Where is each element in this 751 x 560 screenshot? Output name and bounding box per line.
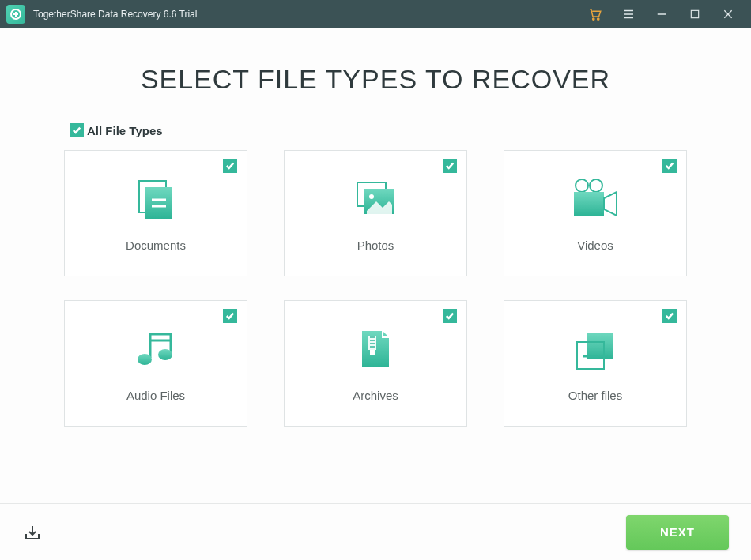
card-photos-checkbox[interactable] [443,159,457,173]
card-videos-checkbox[interactable] [662,159,677,173]
app-logo-icon [6,5,25,24]
svg-point-13 [158,349,172,360]
card-label: Photos [357,239,394,252]
card-label: Archives [353,389,398,402]
photos-icon [353,175,398,224]
all-file-types-checkbox[interactable] [70,123,84,137]
card-other-checkbox[interactable] [662,309,677,323]
minimize-icon[interactable] [645,0,678,28]
card-archives-checkbox[interactable] [443,309,457,323]
svg-rect-11 [574,192,604,216]
svg-point-10 [590,179,602,192]
svg-point-9 [576,179,588,192]
cart-icon[interactable] [579,0,612,28]
titlebar: TogetherShare Data Recovery 6.6 Trial [0,0,751,28]
card-label: Audio Files [126,389,185,402]
svg-point-12 [138,354,152,365]
all-file-types-label: All File Types [87,124,163,137]
menu-icon[interactable] [612,0,645,28]
card-archives[interactable]: Archives [284,300,467,427]
documents-icon [133,175,179,224]
footer: NEXT [0,503,751,560]
card-label: Other files [568,389,622,402]
card-photos[interactable]: Photos [284,150,467,276]
card-audio-checkbox[interactable] [223,309,237,323]
page-title: SELECT FILE TYPES TO RECOVER [63,64,688,95]
card-label: Documents [126,239,186,252]
card-documents[interactable]: Documents [64,150,247,276]
svg-rect-15 [370,350,375,355]
maximize-icon[interactable] [678,0,711,28]
svg-point-1 [593,18,594,20]
card-videos[interactable]: Videos [504,150,687,276]
other-icon [572,325,618,374]
all-file-types-row[interactable]: All File Types [70,123,688,137]
main-content: SELECT FILE TYPES TO RECOVER All File Ty… [0,28,751,427]
next-button[interactable]: NEXT [626,515,729,550]
file-type-grid: Documents Photos [63,150,688,427]
card-documents-checkbox[interactable] [223,159,237,173]
audio-icon [134,325,177,374]
next-button-label: NEXT [660,525,695,539]
videos-icon [569,175,621,224]
window-title: TogetherShare Data Recovery 6.6 Trial [33,9,197,20]
card-other[interactable]: Other files [504,300,687,427]
import-session-icon[interactable] [22,522,43,543]
svg-point-8 [369,194,374,199]
close-icon[interactable] [711,0,745,28]
card-audio[interactable]: Audio Files [64,300,247,427]
svg-rect-5 [145,187,172,219]
archives-icon [357,325,394,374]
svg-point-2 [598,18,599,20]
card-label: Videos [577,239,613,252]
svg-rect-3 [691,10,698,17]
